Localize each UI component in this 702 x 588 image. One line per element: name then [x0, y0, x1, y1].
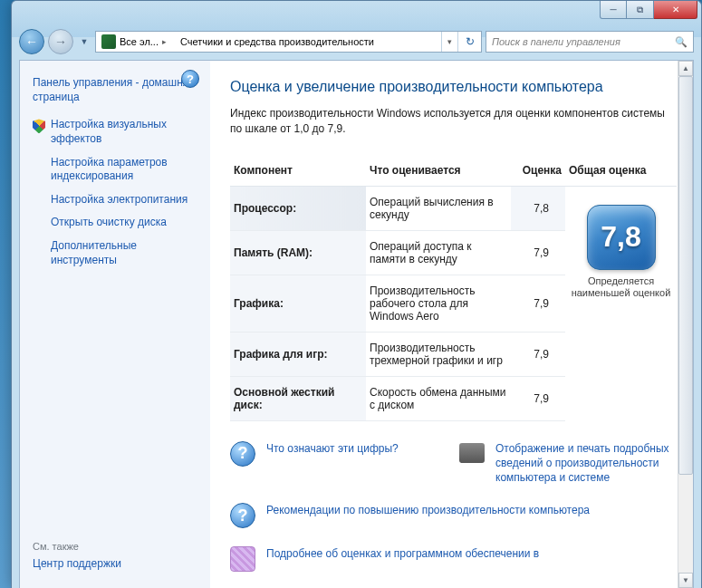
cell-description: Производительность рабочего стола для Wi… [366, 275, 511, 332]
address-dropdown[interactable]: ▾ [441, 32, 457, 52]
help-icon: ? [230, 503, 255, 528]
vertical-scrollbar[interactable]: ▲ ▼ [678, 61, 693, 588]
window-frame: ─ ⧉ ✕ ← → ▼ Все эл...▸ Счетчики и средст… [11, 0, 702, 588]
sidebar-item-disk-cleanup[interactable]: Открыть очистку диска [33, 211, 203, 235]
table-row: Процессор: Операций вычисления в секунду… [230, 186, 677, 230]
minimize-button[interactable]: ─ [600, 1, 627, 19]
breadcrumb-current[interactable]: Счетчики и средства производительности [175, 32, 379, 52]
sidebar-item-visual-effects[interactable]: Настройка визуальных эффектов [33, 113, 203, 150]
cell-score: 7,8 [511, 186, 565, 230]
sidebar: ? Панель управления - домашняя страница … [20, 61, 210, 588]
search-icon: 🔍 [675, 36, 688, 48]
help-icon[interactable]: ? [181, 70, 199, 88]
search-placeholder: Поиск в панели управления [492, 36, 620, 47]
main-panel: Оценка и увеличение производительности к… [210, 61, 693, 588]
col-base-score: Общая оценка [565, 159, 677, 187]
action-center-link[interactable]: Центр поддержки [33, 557, 121, 570]
cell-component: Основной жесткий диск: [230, 376, 366, 420]
base-score-caption: Определяется наименьшей оценкой [569, 275, 673, 301]
link-what-numbers-mean[interactable]: Что означают эти цифры? [266, 441, 456, 456]
address-bar[interactable]: Все эл...▸ Счетчики и средства производи… [95, 31, 482, 53]
refresh-button[interactable]: ↻ [457, 32, 481, 52]
scroll-up-button[interactable]: ▲ [678, 61, 693, 76]
sidebar-item-power[interactable]: Настройка электропитания [33, 188, 203, 212]
intro-text: Индекс производительности Windows исполь… [230, 106, 677, 137]
scroll-thumb[interactable] [678, 76, 693, 475]
sidebar-item-indexing[interactable]: Настройка параметров индексирования [33, 151, 203, 188]
chevron-right-icon: ▸ [159, 37, 170, 46]
nav-back-button[interactable]: ← [19, 29, 44, 54]
cell-score: 7,9 [511, 275, 565, 332]
titlebar: ─ ⧉ ✕ [12, 1, 701, 26]
refresh-icon: ↻ [466, 35, 475, 48]
breadcrumb-label: Все эл... [120, 36, 159, 47]
cell-description: Скорость обмена данными с диском [366, 376, 511, 420]
content-area: ? Панель управления - домашняя страница … [19, 60, 694, 588]
cell-description: Операций вычисления в секунду [366, 186, 511, 230]
nav-history-dropdown[interactable]: ▼ [77, 31, 91, 53]
link-print-details[interactable]: Отображение и печать подробных сведений … [495, 441, 677, 486]
cell-component: Память (RAM): [230, 230, 366, 275]
cell-score: 7,9 [511, 332, 565, 376]
see-also-heading: См. также [33, 541, 121, 552]
col-score: Оценка [511, 159, 565, 187]
cell-component: Графика для игр: [230, 332, 366, 376]
link-recommendations[interactable]: Рекомендации по повышению производительн… [266, 503, 677, 517]
maximize-button[interactable]: ⧉ [627, 1, 654, 19]
score-table: Компонент Что оценивается Оценка Общая о… [230, 159, 677, 421]
help-links: ? Что означают эти цифры? Отображение и … [230, 441, 677, 573]
window-buttons: ─ ⧉ ✕ [600, 1, 697, 19]
software-icon [230, 546, 255, 572]
breadcrumb-root[interactable]: Все эл...▸ [96, 32, 175, 52]
control-panel-home-link[interactable]: Панель управления - домашняя страница [33, 73, 203, 113]
cell-score: 7,9 [511, 230, 565, 275]
cell-score: 7,9 [511, 376, 565, 420]
see-also-section: См. также Центр поддержки [33, 541, 121, 570]
col-description: Что оценивается [366, 159, 511, 187]
scroll-down-button[interactable]: ▼ [678, 573, 693, 588]
base-score-cell: 7,8 Определяется наименьшей оценкой [565, 186, 677, 420]
control-panel-icon [101, 34, 116, 49]
breadcrumb-label: Счетчики и средства производительности [180, 36, 374, 47]
cell-component: Графика: [230, 275, 366, 332]
col-component: Компонент [230, 159, 366, 187]
search-input[interactable]: Поиск в панели управления 🔍 [486, 31, 694, 53]
cell-description: Производительность трехмерной графики и … [366, 332, 511, 376]
cell-component: Процессор: [230, 186, 366, 230]
nav-forward-button[interactable]: → [48, 29, 73, 54]
navigation-bar: ← → ▼ Все эл...▸ Счетчики и средства про… [19, 26, 694, 57]
link-software-scores[interactable]: Подробнее об оценках и программном обесп… [266, 546, 677, 561]
close-button[interactable]: ✕ [654, 1, 697, 19]
cell-description: Операций доступа к памяти в секунду [366, 230, 511, 275]
printer-icon [459, 443, 485, 463]
sidebar-item-advanced-tools[interactable]: Дополнительные инструменты [33, 235, 203, 272]
page-title: Оценка и увеличение производительности к… [230, 79, 677, 95]
base-score-badge: 7,8 [587, 205, 656, 270]
help-icon: ? [230, 441, 255, 467]
